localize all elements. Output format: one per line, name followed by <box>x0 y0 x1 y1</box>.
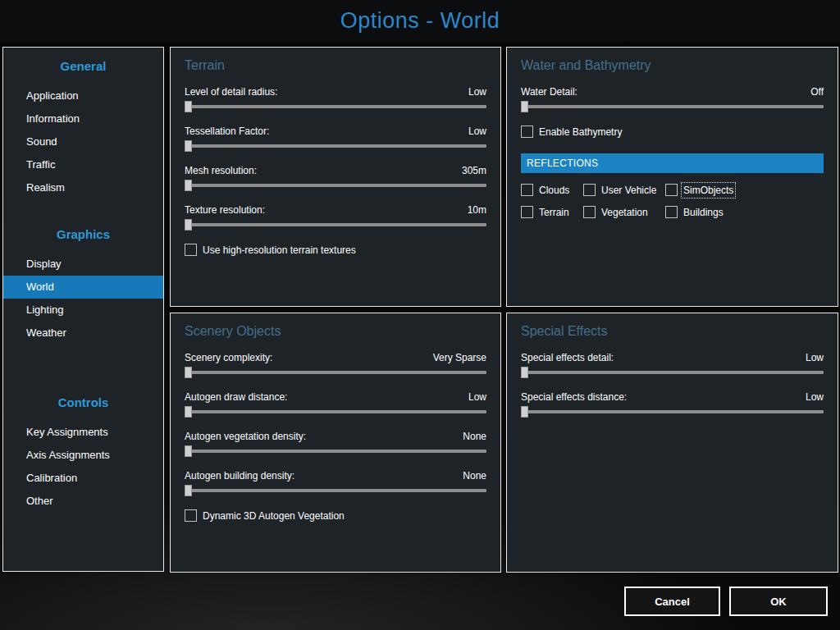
sidebar-item-world[interactable]: World <box>3 276 163 299</box>
slider-autogen-building-density: Autogen building density: None <box>185 470 486 492</box>
slider-value: Low <box>468 86 486 98</box>
sidebar-item-calibration[interactable]: Calibration <box>3 467 163 490</box>
checkbox-reflect-terrain[interactable]: Terrain <box>521 206 583 218</box>
ok-button[interactable]: OK <box>729 587 828 616</box>
sidebar-item-information[interactable]: Information <box>3 107 163 130</box>
reflections-options: Clouds User Vehicle SimObjects Terrain V… <box>521 184 824 218</box>
checkbox-box[interactable] <box>521 206 533 218</box>
slider-label: Scenery complexity: <box>185 352 272 363</box>
slider-track[interactable] <box>185 410 486 413</box>
slider-track[interactable] <box>185 105 486 108</box>
slider-thumb[interactable] <box>185 180 192 191</box>
panel-terrain: Terrain Level of detail radius: Low Tess… <box>170 47 501 307</box>
checkbox-label: SimObjects <box>683 185 733 196</box>
checkbox-box[interactable] <box>583 184 596 196</box>
checkbox-label: Terrain <box>539 207 569 218</box>
slider-special-effects-detail: Special effects detail: Low <box>521 352 824 374</box>
slider-value: 305m <box>462 165 486 176</box>
slider-label: Autogen vegetation density: <box>185 431 306 442</box>
panel-scenery-title: Scenery Objects <box>185 324 486 339</box>
checkbox-box[interactable] <box>521 184 533 196</box>
checkbox-label: Enable Bathymetry <box>539 126 622 138</box>
slider-thumb[interactable] <box>521 101 528 112</box>
checkbox-box[interactable] <box>665 206 678 218</box>
slider-label: Special effects detail: <box>521 352 614 363</box>
sidebar-item-sound[interactable]: Sound <box>3 130 163 153</box>
slider-label: Tessellation Factor: <box>185 126 269 137</box>
slider-mesh-resolution: Mesh resolution: 305m <box>185 165 486 187</box>
checkbox-use-hires-terrain-textures[interactable]: Use high-resolution terrain textures <box>185 244 356 256</box>
reflections-header: REFLECTIONS <box>521 153 824 173</box>
cancel-button[interactable]: Cancel <box>624 587 720 616</box>
sidebar-item-axis-assignments[interactable]: Axis Assignments <box>3 444 163 467</box>
checkbox-label: Dynamic 3D Autogen Vegetation <box>203 510 345 522</box>
checkbox-label: Clouds <box>539 185 569 196</box>
slider-track[interactable] <box>185 184 486 187</box>
sidebar-item-other[interactable]: Other <box>3 490 163 513</box>
title-bar: Options - World <box>0 0 840 42</box>
window-title: Options - World <box>340 8 500 34</box>
checkbox-box[interactable] <box>583 206 596 218</box>
slider-thumb[interactable] <box>185 485 192 496</box>
slider-value: Low <box>806 391 824 403</box>
slider-label: Mesh resolution: <box>185 165 257 176</box>
checkbox-reflect-clouds[interactable]: Clouds <box>521 184 583 196</box>
slider-level-of-detail-radius: Level of detail radius: Low <box>185 86 486 108</box>
slider-value: Low <box>468 391 486 403</box>
slider-thumb[interactable] <box>521 367 528 378</box>
slider-value: 10m <box>468 204 486 216</box>
slider-thumb[interactable] <box>185 367 192 378</box>
panel-effects-title: Special Effects <box>521 324 824 339</box>
sidebar-item-display[interactable]: Display <box>3 253 163 276</box>
slider-label: Autogen draw distance: <box>185 391 287 403</box>
slider-track[interactable] <box>185 450 486 453</box>
checkbox-reflect-simobjects[interactable]: SimObjects <box>665 184 824 196</box>
sidebar-item-application[interactable]: Application <box>3 84 163 107</box>
slider-track[interactable] <box>185 223 486 226</box>
checkbox-reflect-vegetation[interactable]: Vegetation <box>583 206 665 218</box>
slider-value: None <box>463 470 486 482</box>
slider-track[interactable] <box>185 489 486 492</box>
checkbox-box[interactable] <box>185 509 197 522</box>
checkbox-box[interactable] <box>185 244 197 256</box>
panel-special-effects: Special Effects Special effects detail: … <box>506 313 838 573</box>
slider-autogen-vegetation-density: Autogen vegetation density: None <box>185 431 486 453</box>
sidebar-header-controls: Controls <box>3 395 163 409</box>
slider-thumb[interactable] <box>185 406 192 418</box>
sidebar: General Application Information Sound Tr… <box>2 47 164 572</box>
slider-tessellation-factor: Tessellation Factor: Low <box>185 126 486 148</box>
sidebar-item-traffic[interactable]: Traffic <box>3 153 163 176</box>
slider-label: Water Detail: <box>521 86 578 98</box>
slider-thumb[interactable] <box>185 219 192 231</box>
checkbox-box[interactable] <box>665 184 678 196</box>
slider-track[interactable] <box>521 410 824 413</box>
sidebar-item-realism[interactable]: Realism <box>3 176 163 199</box>
sidebar-item-weather[interactable]: Weather <box>3 322 163 345</box>
slider-label: Texture resolution: <box>185 204 265 216</box>
slider-track[interactable] <box>521 105 824 108</box>
checkbox-reflect-user-vehicle[interactable]: User Vehicle <box>583 184 665 196</box>
slider-track[interactable] <box>521 371 824 374</box>
panel-terrain-title: Terrain <box>185 58 486 73</box>
slider-track[interactable] <box>185 371 486 374</box>
slider-water-detail: Water Detail: Off <box>521 86 824 108</box>
slider-track[interactable] <box>185 144 486 148</box>
slider-label: Autogen building density: <box>185 470 294 482</box>
slider-thumb[interactable] <box>185 140 192 152</box>
slider-value: None <box>463 431 486 442</box>
sidebar-item-key-assignments[interactable]: Key Assignments <box>3 421 163 444</box>
checkbox-label: Vegetation <box>601 207 648 218</box>
slider-autogen-draw-distance: Autogen draw distance: Low <box>185 391 486 413</box>
sidebar-header-general: General <box>3 59 163 73</box>
checkbox-label: User Vehicle <box>601 185 656 196</box>
slider-thumb[interactable] <box>185 101 192 112</box>
panel-water-bathymetry: Water and Bathymetry Water Detail: Off E… <box>506 47 838 307</box>
slider-thumb[interactable] <box>521 406 528 418</box>
checkbox-dynamic-3d-autogen-vegetation[interactable]: Dynamic 3D Autogen Vegetation <box>185 509 345 522</box>
slider-thumb[interactable] <box>185 445 192 457</box>
sidebar-item-lighting[interactable]: Lighting <box>3 299 163 322</box>
slider-scenery-complexity: Scenery complexity: Very Sparse <box>185 352 486 374</box>
checkbox-enable-bathymetry[interactable]: Enable Bathymetry <box>521 126 622 138</box>
checkbox-box[interactable] <box>521 126 533 138</box>
checkbox-reflect-buildings[interactable]: Buildings <box>665 206 824 218</box>
